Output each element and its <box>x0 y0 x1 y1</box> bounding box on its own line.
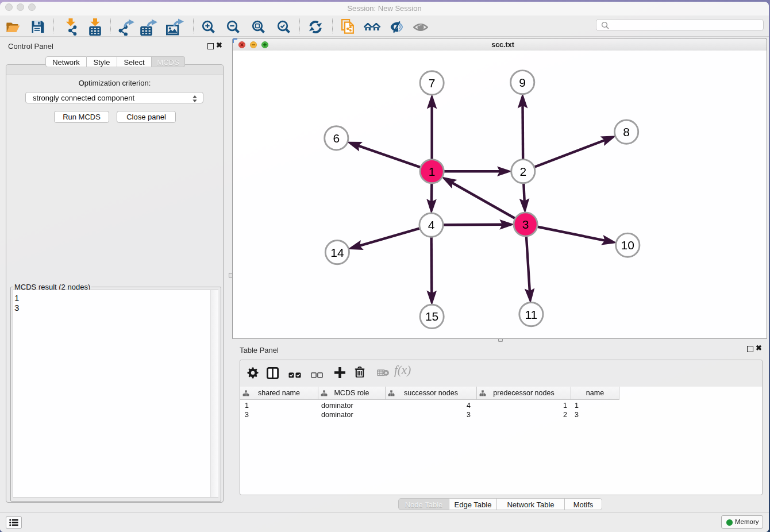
svg-text:2: 2 <box>519 165 526 178</box>
svg-text:7: 7 <box>429 76 436 90</box>
svg-text:14: 14 <box>330 246 344 259</box>
svg-text:9: 9 <box>519 76 526 89</box>
svg-text:10: 10 <box>621 238 634 252</box>
svg-text:11: 11 <box>525 308 537 321</box>
svg-text:3: 3 <box>522 218 529 231</box>
svg-text:6: 6 <box>333 132 340 145</box>
svg-text:15: 15 <box>425 310 438 323</box>
svg-text:1: 1 <box>429 165 436 178</box>
svg-text:4: 4 <box>428 218 435 232</box>
svg-text:8: 8 <box>623 125 630 138</box>
